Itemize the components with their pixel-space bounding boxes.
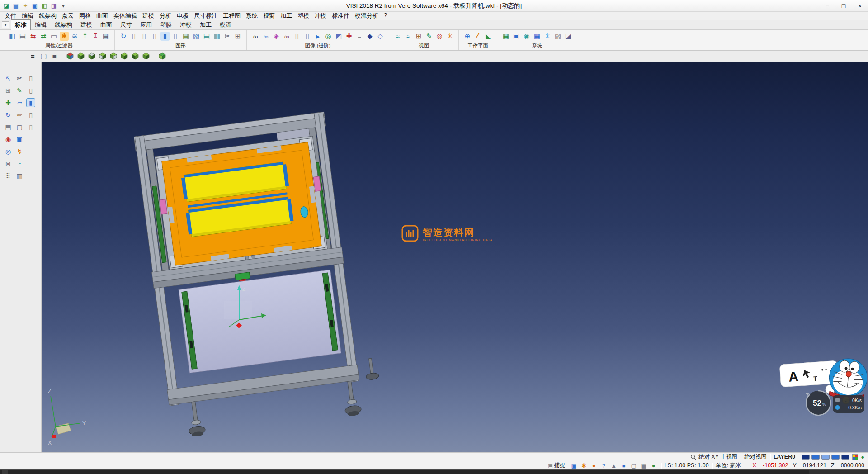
menu-item[interactable]: 标准件 [329,11,352,20]
toolbar-icon[interactable]: ↧ [91,32,100,41]
quick-access-icon[interactable]: ◪ [3,3,10,9]
view-cube-icon[interactable] [130,52,140,61]
side-tool-icon[interactable]: ↖ [4,74,13,83]
ribbon-tab[interactable]: 尺寸 [116,19,136,30]
toolbar-icon[interactable]: ✎ [425,32,434,41]
toolbar-icon[interactable]: ✳ [445,32,454,41]
view-toolbar-icon[interactable]: ▢ [39,52,48,61]
color-swatch[interactable] [841,455,849,460]
toolbar-icon[interactable]: ◧ [8,32,17,41]
color-grid-swatch[interactable] [852,454,858,460]
status-icon[interactable]: ? [600,462,608,469]
ribbon-tab[interactable]: 应用 [136,19,156,30]
ribbon-tab[interactable]: 模流 [216,19,236,30]
toolbar-icon[interactable]: ▯ [150,32,159,41]
ribbon-tab[interactable]: 编辑 [31,19,51,30]
side-tool-icon[interactable]: ▦ [15,171,24,180]
toolbar-icon[interactable]: ▦ [501,32,510,41]
toolbar-icon[interactable]: ▯ [303,32,312,41]
toolbar-icon[interactable]: ▯ [292,32,302,41]
toolbar-icon[interactable]: ✚ [344,32,354,41]
toolbar-icon[interactable]: ▤ [18,32,27,41]
snap-toggle[interactable]: ▣ 捕捉 [548,462,565,469]
color-swatch[interactable] [811,455,820,460]
color-swatch[interactable] [802,455,810,460]
view-cube-icon[interactable] [76,52,85,61]
quick-access-icon[interactable]: ◧ [41,3,48,9]
menu-item[interactable]: 视窗 [260,11,278,20]
view-cube-icon[interactable] [108,52,118,61]
toolbar-icon[interactable]: ▤ [202,32,211,41]
side-tool-icon[interactable]: ✎ [15,86,24,95]
color-swatch[interactable] [821,455,830,460]
close-button[interactable]: × [852,0,868,11]
viewport-3d[interactable]: Z Z Y X [42,62,868,452]
status-icon[interactable]: ■ [620,462,628,469]
status-icon[interactable]: ▢ [630,462,638,469]
menu-item[interactable]: 加工 [278,11,295,20]
side-tool-icon[interactable]: ▯ [26,74,35,83]
ribbon-tab[interactable]: 标准 [11,19,31,30]
toolbar-icon[interactable]: ◣ [484,32,493,41]
toolbar-icon[interactable]: ✂ [223,32,232,41]
status-icon[interactable]: ● [590,462,598,469]
toolbar-icon[interactable]: ⊕ [463,32,472,41]
toolbar-icon[interactable]: ≈ [404,32,413,41]
toolbar-icon[interactable]: ▯ [171,32,180,41]
minimize-button[interactable]: − [819,0,835,11]
side-tool-icon[interactable]: ⠿ [4,171,13,180]
quick-access-icon[interactable]: ▤ [12,3,19,9]
toolbar-icon[interactable]: ◎ [324,32,333,41]
status-icon[interactable]: ▦ [640,462,648,469]
side-tool-icon[interactable]: ▣ [15,135,24,144]
toolbar-icon[interactable]: ◩ [334,32,343,41]
toolbar-icon[interactable]: ∞ [282,32,291,41]
net-monitor-widget[interactable]: A T [777,352,867,418]
status-orb-icon[interactable]: ● [861,454,864,460]
maximize-button[interactable]: □ [835,0,852,11]
ribbon-tab[interactable]: 曲面 [96,19,116,30]
ribbon-tab[interactable]: 塑膜 [156,19,176,30]
quick-access-icon[interactable]: ▾ [60,3,67,9]
toolbar-icon[interactable]: ◉ [522,32,531,41]
cad-scene[interactable]: Z Z Y X [42,62,868,452]
toolbar-icon[interactable]: ↥ [80,32,90,41]
side-tool-icon[interactable]: ◉ [4,135,13,144]
side-tool-icon[interactable]: ↯ [15,147,24,156]
toolbar-icon[interactable]: ≈ [393,32,402,41]
toolbar-icon[interactable]: ✳ [543,32,552,41]
menu-item[interactable]: 模流分析 [352,11,381,20]
side-tool-icon[interactable]: ↻ [4,110,13,119]
taskbar-tray-hint[interactable] [809,470,868,474]
ribbon-tab[interactable]: 冲模 [176,19,196,30]
toolbar-icon[interactable]: ∞ [251,32,260,41]
toolbar-icon[interactable]: ◎ [435,32,444,41]
status-icon[interactable]: ✱ [580,462,588,469]
toolbar-icon[interactable]: ▯ [129,32,138,41]
toolbar-icon[interactable]: ✱ [60,32,69,41]
ribbon-tab[interactable]: 建模 [76,19,96,30]
view-toolbar-icon[interactable]: ▣ [50,52,59,61]
view-cube-icon[interactable] [157,52,167,61]
toolbar-icon[interactable]: ▨ [553,32,562,41]
side-tool-icon[interactable]: ▯ [26,110,35,119]
side-tool-icon[interactable]: ⊞ [4,86,13,95]
toolbar-icon[interactable]: ► [313,32,322,41]
side-tool-icon[interactable]: ▤ [4,123,13,132]
toolbar-icon[interactable]: ◒ [355,32,364,41]
toolbar-icon[interactable]: ⇆ [28,32,38,41]
toolbar-icon[interactable]: ◈ [272,32,281,41]
tab-dropdown-button[interactable]: ▾ [2,21,9,28]
quick-access-icon[interactable]: ▣ [31,3,38,9]
view-toolbar-icon[interactable]: ≡ [28,52,38,61]
view-cube-icon[interactable] [65,52,75,61]
toolbar-icon[interactable]: ≋ [70,32,79,41]
toolbar-icon[interactable]: ▦ [101,32,110,41]
view-cube-icon[interactable] [119,52,129,61]
side-tool-icon[interactable]: ⊠ [4,159,13,168]
side-tool-icon[interactable]: ▯ [26,86,35,95]
toolbar-icon[interactable]: ◆ [365,32,374,41]
toolbar-icon[interactable]: ⊞ [414,32,423,41]
taskbar-sliver[interactable] [0,469,868,474]
toolbar-icon[interactable]: ▭ [49,32,58,41]
